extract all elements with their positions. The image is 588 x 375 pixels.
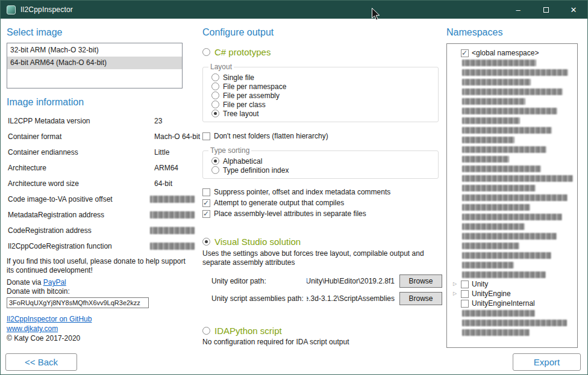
image-information-heading: Image information	[7, 97, 199, 108]
expander-icon: ▷	[452, 279, 461, 289]
info-label: Architecture	[8, 164, 46, 172]
namespace-item-redacted[interactable]	[452, 58, 575, 67]
checkbox-label: Suppress pointer, offset and index metad…	[214, 188, 390, 196]
configure-output-panel: Configure output C# prototypes Layout Si…	[202, 22, 443, 347]
sorting-option-radio[interactable]: Alphabetical	[211, 157, 438, 166]
sorting-options: AlphabeticalType definition index	[211, 157, 438, 175]
namespace-item-redacted[interactable]	[452, 173, 575, 183]
paypal-link[interactable]: PayPal	[43, 278, 66, 287]
namespace-item-redacted[interactable]	[452, 241, 575, 250]
maximize-button[interactable]	[532, 1, 560, 19]
namespace-item[interactable]: ▷UnityEngine	[452, 289, 575, 299]
redacted-item	[462, 60, 536, 66]
namespace-item-redacted[interactable]	[452, 183, 575, 193]
namespace-list[interactable]: <global namespace>▷Unity▷UnityEngineUnit…	[446, 43, 578, 348]
namespace-item[interactable]: UnityEngineInternal	[452, 299, 575, 308]
info-label: Architecture word size	[8, 179, 79, 188]
flatten-checkbox-label: Don't nest folders (flatten hierarchy)	[214, 132, 328, 140]
namespace-item-redacted[interactable]	[452, 308, 575, 318]
checkbox-icon	[202, 210, 210, 218]
namespace-item-redacted[interactable]	[452, 96, 575, 106]
namespace-item-redacted[interactable]	[452, 250, 575, 260]
checkbox-icon	[202, 199, 210, 207]
ida-description: No configuration required for IDA script…	[202, 338, 443, 347]
namespace-item-redacted[interactable]	[452, 260, 575, 270]
list-item[interactable]: 32-bit ARM (Mach-O 32-bit)	[7, 44, 182, 57]
copyright-text: © Katy Coe 2017-2020	[7, 333, 199, 343]
output-option-checkbox[interactable]: Attempt to generate output that compiles	[202, 197, 443, 208]
namespace-item[interactable]: <global namespace>	[452, 48, 575, 58]
layout-option-radio[interactable]: Single file	[211, 73, 438, 82]
info-value: Little	[154, 148, 169, 157]
unity-editor-path-row: Unity editor path: :\Unity\Hub\Editor\20…	[202, 274, 442, 288]
namespaces-panel: Namespaces <global namespace>▷Unity▷Unit…	[446, 22, 583, 348]
namespace-item-redacted[interactable]	[452, 77, 575, 87]
info-value: Mach-O 64-bit	[154, 132, 200, 141]
namespace-item-redacted[interactable]	[452, 164, 575, 173]
minimize-icon: –	[516, 5, 520, 14]
namespace-item-redacted[interactable]	[452, 327, 575, 337]
minimize-button[interactable]: –	[504, 1, 532, 19]
export-button[interactable]: Export	[513, 353, 581, 371]
donate-text: If you find this tool useful, please don…	[7, 257, 189, 275]
redacted-item	[462, 204, 530, 211]
output-option-checkbox[interactable]: Suppress pointer, offset and index metad…	[202, 187, 443, 197]
csharp-prototypes-radio[interactable]: C# prototypes	[202, 46, 443, 57]
checkbox-icon	[461, 280, 469, 288]
namespace-item-redacted[interactable]	[452, 144, 575, 154]
namespace-item-redacted[interactable]	[452, 222, 575, 231]
redacted-item	[462, 185, 536, 191]
bitcoin-address-input[interactable]	[7, 297, 149, 308]
namespace-item-redacted[interactable]	[452, 270, 575, 279]
info-row: IL2CPP Metadata version23	[7, 114, 199, 129]
redacted-item	[462, 166, 541, 172]
list-item[interactable]: 64-bit ARM64 (Mach-O 64-bit)	[7, 57, 182, 69]
namespace-item-redacted[interactable]	[452, 106, 575, 116]
info-row: Architecture word size64-bit	[7, 176, 199, 192]
layout-option-radio[interactable]: File per namespace	[211, 82, 438, 91]
title-bar[interactable]: Il2CppInspector – ✕	[1, 1, 587, 19]
type-sorting-groupbox: Type sorting AlphabeticalType definition…	[202, 150, 439, 179]
website-link[interactable]: www.djkaty.com	[7, 324, 58, 333]
namespace-item-redacted[interactable]	[452, 154, 575, 164]
radio-icon	[211, 157, 219, 165]
namespace-item-redacted[interactable]	[452, 202, 575, 212]
namespace-item-redacted[interactable]	[452, 67, 575, 77]
layout-option-radio[interactable]: Tree layout	[211, 109, 438, 118]
redacted-item	[462, 98, 525, 105]
back-button[interactable]: << Back	[5, 353, 77, 371]
namespace-item-redacted[interactable]	[452, 116, 575, 125]
window-controls: – ✕	[504, 1, 587, 19]
namespace-item-redacted[interactable]	[452, 125, 575, 135]
github-link[interactable]: Il2CppInspector on GitHub	[7, 315, 92, 323]
namespace-item-redacted[interactable]	[452, 318, 575, 327]
idapython-script-radio[interactable]: IDAPython script	[202, 325, 443, 336]
flatten-checkbox[interactable]: Don't nest folders (flatten hierarchy)	[202, 131, 443, 141]
close-button[interactable]: ✕	[560, 1, 587, 19]
radio-label: File per class	[223, 101, 266, 109]
browse-editor-path-button[interactable]: Browse	[399, 274, 442, 288]
layout-option-radio[interactable]: File per class	[211, 100, 438, 109]
info-label: Code image-to-VA positive offset	[8, 195, 113, 203]
output-option-checkbox[interactable]: Place assembly-level attributes in separ…	[202, 208, 443, 219]
namespace-item-redacted[interactable]	[452, 87, 575, 96]
namespace-item-redacted[interactable]	[452, 212, 575, 222]
image-list[interactable]: 32-bit ARM (Mach-O 32-bit)64-bit ARM64 (…	[7, 43, 183, 88]
browse-assemblies-path-button[interactable]: Browse	[399, 292, 442, 305]
namespace-item-redacted[interactable]	[452, 135, 575, 144]
layout-option-radio[interactable]: File per assembly	[211, 91, 438, 100]
info-row: MetadataRegistration address	[7, 208, 199, 223]
sorting-option-radio[interactable]: Type definition index	[211, 166, 438, 175]
maximize-icon	[543, 7, 549, 13]
unity-assemblies-path-row: Unity script assemblies path: ate.3d-3.1…	[202, 292, 442, 305]
radio-icon	[211, 82, 219, 90]
unity-editor-path-value: :\Unity\Hub\Editor\2019.2.8f1	[307, 277, 395, 285]
visual-studio-solution-radio[interactable]: Visual Studio solution	[202, 236, 443, 247]
info-row: ArchitectureARM64	[7, 161, 199, 176]
namespace-item-redacted[interactable]	[452, 193, 575, 202]
image-info-rows: IL2CPP Metadata version23Container forma…	[7, 114, 199, 255]
bitcoin-label: Donate with bitcoin:	[7, 287, 199, 296]
redacted-item	[462, 127, 552, 134]
namespace-item-redacted[interactable]	[452, 231, 575, 241]
namespace-item[interactable]: ▷Unity	[452, 279, 575, 289]
